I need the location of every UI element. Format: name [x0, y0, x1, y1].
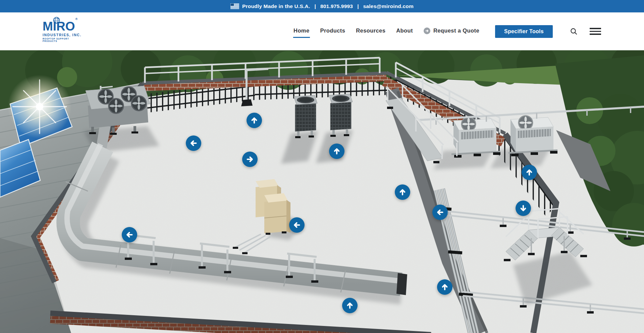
hotspot-arrow-left-6[interactable]: [122, 227, 137, 242]
topbar-separator: |: [314, 3, 316, 9]
search-icon[interactable]: [570, 27, 578, 36]
nav-home[interactable]: Home: [293, 25, 310, 38]
hotspot-arrow-left-2[interactable]: [186, 135, 201, 151]
logo-tagline: ROOFTOP SUPPORT PRODUCTS: [43, 38, 82, 42]
hotspot-arrow-left-5[interactable]: [289, 217, 305, 233]
topbar-phone[interactable]: 801.975.9993: [320, 3, 353, 9]
hero-rooftop-section: [0, 50, 644, 333]
hotspot-arrow-up-1[interactable]: [247, 113, 262, 128]
hero-hotspots: [0, 50, 644, 333]
us-flag-icon: [230, 3, 239, 9]
nav-products[interactable]: Products: [320, 25, 346, 38]
hotspot-arrow-left-8[interactable]: [432, 205, 448, 220]
topbar-separator: |: [357, 3, 359, 9]
specifier-tools-button[interactable]: Specifier Tools: [495, 25, 553, 38]
hotspot-arrow-down-10[interactable]: [516, 201, 531, 216]
hotspot-arrow-up-4[interactable]: [329, 144, 344, 159]
logo-wordmark: MIRO®: [43, 20, 82, 32]
nav-request-a-quote[interactable]: Request a Quote: [423, 25, 480, 38]
main-nav: Home Products Resources About Request a …: [293, 25, 480, 38]
nav-about[interactable]: About: [396, 25, 413, 38]
nav-resources[interactable]: Resources: [356, 25, 386, 38]
topbar-email[interactable]: sales@miroind.com: [363, 3, 414, 9]
hotspot-arrow-up-12[interactable]: [342, 298, 358, 313]
site-header: MIRO® INDUSTRIES, INC. ROOFTOP SUPPORT P…: [0, 12, 644, 50]
arrow-circle-right-icon: [424, 27, 430, 34]
hotspot-arrow-up-9[interactable]: [522, 165, 537, 180]
hamburger-menu-icon[interactable]: [590, 28, 601, 35]
topbar: Proudly Made in the U.S.A. | 801.975.999…: [0, 0, 644, 12]
made-in-text: Proudly Made in the U.S.A.: [242, 3, 310, 9]
miro-logo[interactable]: MIRO® INDUSTRIES, INC. ROOFTOP SUPPORT P…: [43, 20, 82, 42]
hotspot-arrow-up-11[interactable]: [437, 279, 452, 295]
hotspot-arrow-right-3[interactable]: [242, 152, 258, 167]
hotspot-arrow-up-7[interactable]: [395, 184, 410, 200]
